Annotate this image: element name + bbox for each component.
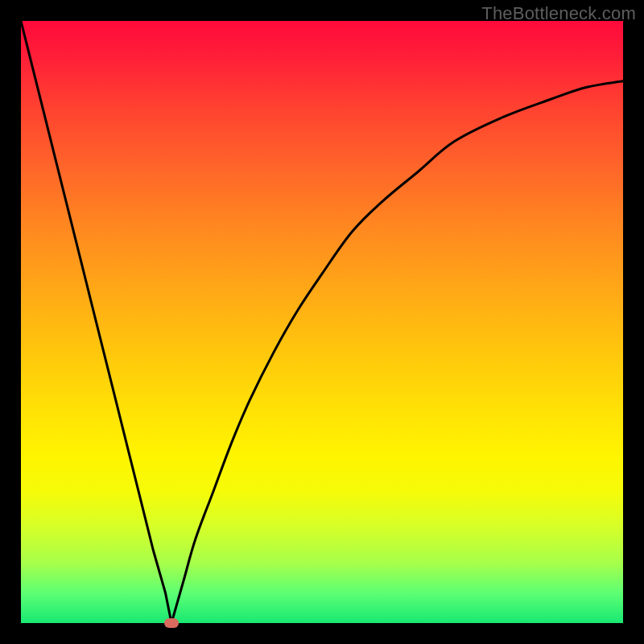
chart-frame: TheBottleneck.com xyxy=(0,0,644,644)
plot-area xyxy=(21,21,623,623)
watermark-text: TheBottleneck.com xyxy=(481,3,636,24)
bottleneck-curve xyxy=(21,21,623,623)
minimum-marker xyxy=(164,618,179,628)
